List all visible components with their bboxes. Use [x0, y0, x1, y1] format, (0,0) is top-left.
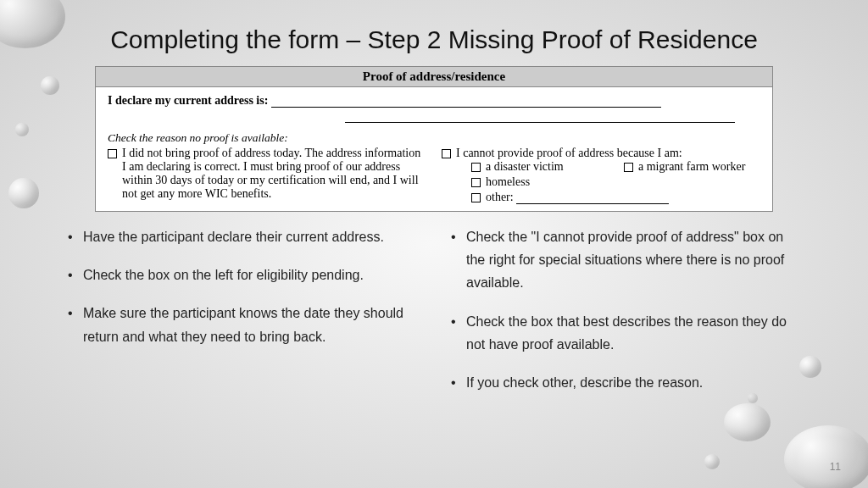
checkbox-icon — [471, 178, 481, 187]
checkbox-icon — [442, 149, 451, 158]
sub-homeless-label: homeless — [486, 175, 530, 189]
bullet-item: Check the box on the left for eligibilit… — [68, 263, 417, 286]
checkbox-icon — [624, 163, 633, 172]
sub-migrant-label: a migrant farm worker — [638, 160, 745, 174]
bullet-item: Check the box that best describes the re… — [451, 310, 800, 356]
sub-other-label: other: — [486, 191, 514, 203]
checkbox-migrant: a migrant farm worker — [624, 160, 745, 174]
checkbox-other: other: — [471, 191, 760, 204]
checkbox-icon — [108, 149, 117, 158]
checkbox-disaster: a disaster victim — [471, 160, 598, 174]
page-number: 11 — [830, 461, 841, 473]
address-line-2 — [345, 111, 735, 123]
check-reason-label: Check the reason no proof is available: — [108, 131, 760, 145]
checkbox-icon — [471, 163, 481, 172]
left-option-text: I did not bring proof of address today. … — [122, 147, 426, 201]
checkbox-icon — [471, 193, 481, 202]
bullet-item: Make sure the participant knows the date… — [68, 302, 417, 347]
bullet-item: Check the "I cannot provide proof of add… — [451, 225, 800, 295]
slide-title: Completing the form – Step 2 Missing Pro… — [68, 25, 800, 54]
proof-of-address-form: Proof of address/residence I declare my … — [95, 66, 773, 212]
bullet-item: If you check other, describe the reason. — [451, 371, 800, 394]
checkbox-no-proof-today: I did not bring proof of address today. … — [108, 147, 426, 201]
form-header: Proof of address/residence — [96, 67, 772, 87]
checkbox-cannot-provide: I cannot provide proof of address becaus… — [442, 147, 760, 206]
checkbox-homeless: homeless — [471, 175, 760, 189]
right-option-text: I cannot provide proof of address becaus… — [456, 147, 760, 160]
declare-line: I declare my current address is: — [108, 94, 760, 108]
declare-label: I declare my current address is: — [108, 94, 268, 107]
bullet-item: Have the participant declare their curre… — [68, 225, 417, 248]
sub-disaster-label: a disaster victim — [486, 160, 564, 174]
left-bullet-column: Have the participant declare their curre… — [68, 225, 417, 409]
right-bullet-column: Check the "I cannot provide proof of add… — [451, 225, 800, 409]
